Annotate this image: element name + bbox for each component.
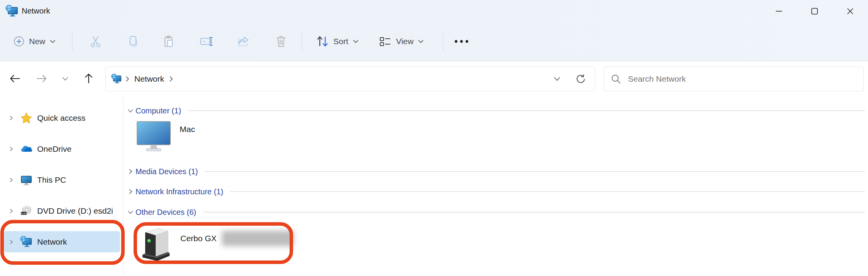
sidebar-item-dvd-drive[interactable]: DVD-ROM DVD Drive (D:) esd2i [4, 200, 120, 221]
onedrive-cloud-icon [20, 143, 33, 155]
forward-arrow-icon [36, 74, 47, 84]
address-bar[interactable]: Network [105, 67, 595, 91]
device-tile-mac[interactable]: Mac [136, 121, 195, 153]
maximize-button[interactable] [797, 0, 832, 22]
breadcrumb-network[interactable]: Network [133, 74, 166, 84]
group-divider-line [203, 212, 865, 213]
group-divider-line [188, 110, 865, 111]
network-computer-icon [111, 74, 122, 84]
see-more-button[interactable] [451, 30, 472, 53]
window-title: Network [22, 7, 50, 15]
new-button-label: New [29, 37, 45, 46]
view-list-icon [379, 35, 392, 48]
group-header-other-devices[interactable]: Other Devices (6) [125, 207, 865, 218]
monitor-icon [20, 174, 33, 186]
window-chrome: Network New [0, 0, 868, 61]
copy-icon [126, 35, 139, 48]
toolbar-separator [302, 32, 302, 51]
close-icon [846, 7, 854, 15]
annotation-circle-cerbo-gx [134, 222, 293, 264]
group-header-media-devices[interactable]: Media Devices (1) [125, 166, 865, 177]
title-bar[interactable]: Network [0, 0, 868, 22]
sidebar-item-label: DVD Drive (D:) esd2i [37, 206, 113, 216]
copy-button[interactable] [122, 30, 144, 53]
sidebar-item-label: Quick access [37, 113, 86, 123]
search-input[interactable] [627, 74, 856, 84]
toolbar-separator [443, 32, 443, 51]
address-dropdown-icon[interactable] [554, 77, 561, 81]
search-icon [611, 74, 621, 84]
chevron-down-icon [353, 39, 359, 43]
file-explorer-window: Network New [0, 0, 868, 276]
rename-icon [199, 35, 213, 48]
sort-button[interactable]: Sort [312, 30, 363, 53]
minimize-button[interactable] [761, 0, 797, 22]
group-label: Other Devices (6) [136, 208, 196, 217]
svg-text:DVD-ROM: DVD-ROM [20, 213, 28, 214]
chevron-right-icon [9, 146, 14, 152]
group-header-computer[interactable]: Computer (1) [125, 105, 865, 116]
chevron-right-icon [9, 115, 14, 121]
annotation-circle-network [0, 220, 125, 265]
group-divider-line [230, 191, 865, 192]
search-box[interactable] [604, 67, 864, 91]
paste-button[interactable] [158, 30, 180, 53]
see-more-icon [454, 39, 469, 44]
group-label: Media Devices (1) [136, 167, 198, 176]
chevron-right-icon [125, 168, 136, 175]
chevron-down-icon [125, 210, 136, 214]
forward-button[interactable] [32, 69, 51, 88]
sidebar-item-quick-access[interactable]: Quick access [4, 107, 120, 129]
chevron-down-icon [62, 77, 69, 81]
view-button[interactable]: View [375, 30, 428, 53]
sidebar-item-this-pc[interactable]: This PC [4, 169, 120, 190]
chevron-down-icon [418, 39, 424, 43]
chevron-right-icon [9, 177, 14, 183]
up-button[interactable] [79, 69, 98, 88]
share-icon [237, 35, 250, 48]
star-icon [20, 112, 33, 124]
back-arrow-icon [9, 74, 21, 84]
sidebar-item-label: OneDrive [37, 144, 72, 154]
back-button[interactable] [5, 69, 25, 88]
paste-icon [163, 35, 176, 48]
refresh-icon[interactable] [575, 74, 586, 84]
new-button[interactable]: New [9, 30, 60, 53]
chevron-down-icon [50, 39, 56, 43]
group-label: Network Infrastructure (1) [136, 187, 223, 196]
chevron-right-icon [125, 189, 136, 195]
close-button[interactable] [832, 0, 868, 22]
view-button-label: View [396, 37, 413, 46]
breadcrumb-chevron-icon [125, 76, 130, 82]
sort-arrows-icon [316, 35, 329, 48]
device-name: Mac [180, 125, 195, 134]
command-toolbar: New [0, 22, 868, 60]
mac-monitor-icon [136, 121, 171, 153]
up-arrow-icon [84, 73, 94, 84]
group-header-network-infrastructure[interactable]: Network Infrastructure (1) [125, 186, 865, 197]
delete-button[interactable] [270, 30, 292, 53]
address-row: Network [0, 61, 868, 96]
group-divider-line [205, 171, 865, 172]
minimize-icon [775, 7, 783, 15]
window-controls [761, 0, 868, 22]
network-computer-icon [5, 5, 19, 18]
cut-icon [89, 35, 102, 48]
share-button[interactable] [233, 30, 254, 53]
cut-button[interactable] [85, 30, 106, 53]
maximize-icon [811, 7, 818, 15]
main-area: Quick access OneDrive [0, 96, 868, 276]
dvd-disc-icon: DVD-ROM [20, 205, 33, 217]
plus-circle-icon [13, 36, 25, 47]
group-label: Computer (1) [136, 106, 181, 115]
chevron-down-icon [125, 109, 136, 113]
rename-button[interactable] [196, 30, 217, 53]
breadcrumb-chevron-icon [169, 76, 173, 82]
sidebar-item-label: This PC [37, 175, 66, 185]
sort-button-label: Sort [333, 37, 348, 46]
sidebar-item-onedrive[interactable]: OneDrive [4, 138, 120, 159]
toolbar-separator [72, 32, 72, 51]
chevron-right-icon [9, 208, 14, 214]
recent-locations-button[interactable] [55, 69, 75, 88]
trash-icon [275, 35, 287, 48]
